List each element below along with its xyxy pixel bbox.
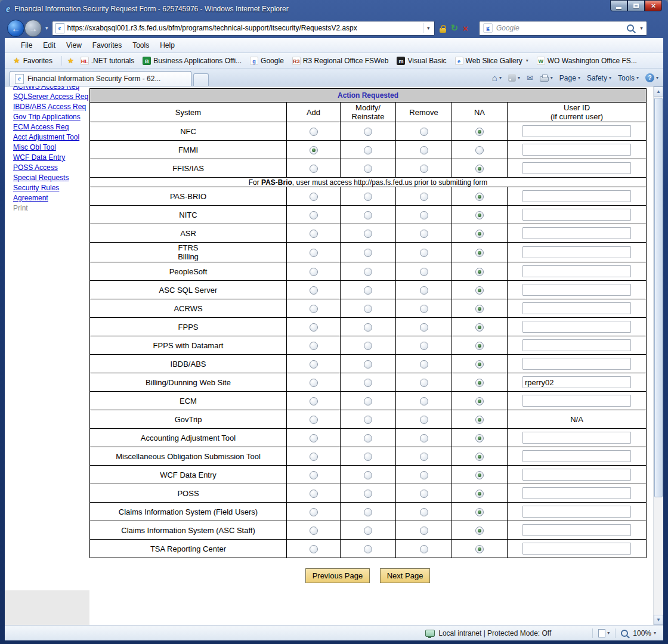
radio-remove[interactable] <box>420 453 428 461</box>
user-id-input[interactable] <box>522 506 631 518</box>
user-id-input[interactable] <box>522 432 631 444</box>
favorite-wo-washington-office-fs[interactable]: WWO Washington Office FS... <box>533 55 641 66</box>
radio-na[interactable] <box>475 268 484 276</box>
radio-modify[interactable] <box>364 193 372 201</box>
radio-add[interactable] <box>310 342 318 350</box>
radio-na[interactable] <box>475 490 484 498</box>
radio-modify[interactable] <box>364 397 372 405</box>
sidebar-link-special-requests[interactable]: Special Requests <box>13 174 89 182</box>
sidebar-link-gov-trip-applications[interactable]: Gov Trip Applications <box>13 113 89 121</box>
radio-add[interactable] <box>310 434 318 442</box>
radio-add[interactable] <box>310 360 318 369</box>
radio-add[interactable] <box>310 453 318 461</box>
radio-na[interactable] <box>475 527 484 535</box>
radio-modify[interactable] <box>364 268 372 276</box>
radio-modify[interactable] <box>364 146 372 154</box>
sidebar-link-sqlserver-access-req[interactable]: SQLServer Access Req <box>13 93 89 101</box>
user-id-input[interactable] <box>522 265 631 277</box>
user-id-input[interactable] <box>522 162 631 174</box>
tools-menu-button[interactable]: Tools▾ <box>618 74 639 82</box>
next-page-button[interactable]: Next Page <box>380 568 431 583</box>
radio-remove[interactable] <box>420 527 428 535</box>
close-button[interactable]: × <box>645 0 662 11</box>
radio-remove[interactable] <box>420 397 428 405</box>
radio-na[interactable] <box>475 342 484 350</box>
favorite-business-applications-offi[interactable]: BBusiness Applications Offi... <box>138 55 246 66</box>
radio-na[interactable] <box>475 397 484 405</box>
radio-modify[interactable] <box>364 434 372 442</box>
feeds-button[interactable]: ▾ <box>508 74 520 82</box>
radio-modify[interactable] <box>364 165 372 173</box>
radio-add[interactable] <box>310 527 318 535</box>
scroll-down-button[interactable]: ▼ <box>654 615 663 625</box>
user-id-input[interactable] <box>522 524 631 536</box>
sidebar-link-wcf-data-entry[interactable]: WCF Data Entry <box>13 154 89 162</box>
radio-na[interactable] <box>475 230 484 238</box>
search-provider-dropdown[interactable]: ▾ <box>640 25 643 31</box>
user-id-input[interactable] <box>522 358 631 370</box>
radio-na[interactable] <box>475 323 484 332</box>
favorite-web-slice-gallery[interactable]: eWeb Slice Gallery▾ <box>451 55 533 66</box>
tab-financial-security-form[interactable]: e Financial Information Security Form - … <box>10 71 191 86</box>
user-id-input[interactable] <box>522 209 631 221</box>
radio-add[interactable] <box>310 397 318 405</box>
radio-modify[interactable] <box>364 230 372 238</box>
sidebar-link-security-rules[interactable]: Security Rules <box>13 184 89 192</box>
print-button[interactable]: ▾ <box>540 74 553 82</box>
radio-remove[interactable] <box>420 193 428 201</box>
menu-item-view[interactable]: View <box>61 39 87 51</box>
radio-modify[interactable] <box>364 128 372 136</box>
radio-modify[interactable] <box>364 508 372 516</box>
radio-na[interactable] <box>475 211 484 219</box>
radio-add[interactable] <box>310 545 318 553</box>
scrollbar-thumb[interactable] <box>654 98 663 497</box>
radio-modify[interactable] <box>364 249 372 257</box>
stop-button[interactable]: × <box>462 23 469 33</box>
sidebar-link-ibdb-abs-access-req[interactable]: IBDB/ABS Access Req <box>13 103 89 111</box>
user-id-input[interactable] <box>522 395 631 407</box>
radio-modify[interactable] <box>364 471 372 479</box>
forward-button[interactable]: → <box>24 20 42 37</box>
sidebar-link-misc-obl-tool[interactable]: Misc Obl Tool <box>13 144 89 151</box>
radio-modify[interactable] <box>364 211 372 219</box>
radio-add[interactable] <box>310 249 318 257</box>
radio-modify[interactable] <box>364 342 372 350</box>
radio-remove[interactable] <box>420 416 428 424</box>
radio-remove[interactable] <box>420 286 428 295</box>
radio-remove[interactable] <box>420 379 428 387</box>
user-id-input[interactable] <box>522 487 631 499</box>
radio-modify[interactable] <box>364 416 372 424</box>
minimize-button[interactable] <box>610 0 627 11</box>
radio-remove[interactable] <box>420 323 428 332</box>
radio-remove[interactable] <box>420 471 428 479</box>
radio-na[interactable] <box>475 508 484 516</box>
radio-remove[interactable] <box>420 508 428 516</box>
radio-add[interactable] <box>310 323 318 332</box>
radio-remove[interactable] <box>420 230 428 238</box>
radio-remove[interactable] <box>420 545 428 553</box>
menu-item-favorites[interactable]: Favorites <box>87 39 127 51</box>
radio-remove[interactable] <box>420 360 428 369</box>
sidebar-link-acct-adjustment-tool[interactable]: Acct Adjustment Tool <box>13 134 89 141</box>
radio-remove[interactable] <box>420 165 428 173</box>
radio-remove[interactable] <box>420 211 428 219</box>
sidebar-link-agreement[interactable]: Agreement <box>13 194 89 202</box>
radio-na[interactable] <box>475 545 484 553</box>
favorite-net-tutorials[interactable]: HL.NET tutorials <box>76 55 138 66</box>
radio-na[interactable] <box>475 165 484 173</box>
search-magnifier-icon[interactable] <box>627 24 634 32</box>
radio-remove[interactable] <box>420 305 428 313</box>
menu-item-edit[interactable]: Edit <box>38 39 61 51</box>
previous-page-button[interactable]: Previous Page <box>305 568 370 583</box>
safety-menu-button[interactable]: Safety▾ <box>587 74 611 82</box>
user-id-input[interactable] <box>522 376 631 388</box>
radio-na[interactable] <box>475 128 484 136</box>
add-to-favorites-bar-button[interactable]: ★ <box>65 57 76 65</box>
user-id-input[interactable] <box>522 246 631 258</box>
radio-add[interactable] <box>310 305 318 313</box>
radio-na[interactable] <box>475 305 484 313</box>
radio-add[interactable] <box>310 471 318 479</box>
radio-na[interactable] <box>475 249 484 257</box>
radio-na[interactable] <box>475 146 484 154</box>
radio-remove[interactable] <box>420 128 428 136</box>
